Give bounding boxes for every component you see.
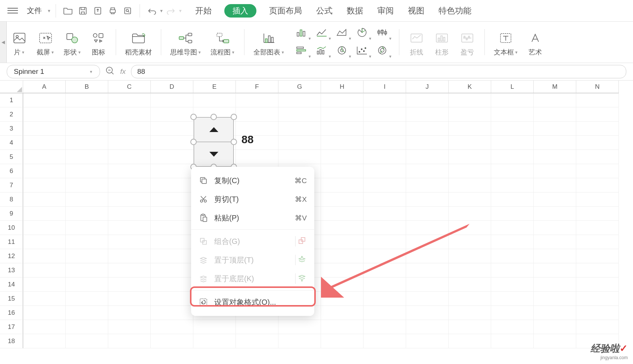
cell[interactable] [534, 334, 576, 348]
column-header[interactable]: N [576, 81, 619, 93]
cell[interactable] [534, 136, 576, 150]
cell[interactable] [449, 277, 491, 292]
ctx-copy[interactable]: 复制(C) ⌘C [191, 171, 314, 190]
cell[interactable] [66, 164, 108, 178]
cell[interactable] [321, 249, 364, 263]
cell[interactable] [23, 93, 66, 107]
cell[interactable] [151, 93, 193, 107]
cell[interactable] [364, 320, 406, 334]
cell[interactable] [66, 207, 108, 221]
icons-button[interactable]: 图标 [90, 30, 107, 57]
cell[interactable] [23, 306, 66, 320]
cell[interactable] [236, 150, 278, 164]
cell[interactable] [108, 221, 151, 235]
sparkline-pl-button[interactable]: 盈亏 [459, 30, 475, 57]
cell[interactable] [576, 150, 619, 164]
cell[interactable] [491, 263, 534, 277]
cell[interactable] [491, 292, 534, 306]
cell[interactable] [23, 277, 66, 292]
cell[interactable] [23, 107, 66, 122]
selection-handle[interactable] [211, 114, 217, 120]
cell[interactable] [576, 107, 619, 122]
cell[interactable] [66, 221, 108, 235]
export-icon[interactable] [90, 3, 105, 18]
cell[interactable] [23, 221, 66, 235]
cell[interactable] [406, 306, 449, 320]
cell[interactable] [364, 178, 406, 192]
cell[interactable] [406, 107, 449, 122]
zoom-icon[interactable] [105, 66, 115, 77]
cell[interactable] [364, 306, 406, 320]
cell[interactable] [364, 93, 406, 107]
cell[interactable] [321, 207, 364, 221]
tab-review[interactable]: 审阅 [376, 5, 395, 16]
cell[interactable] [151, 263, 193, 277]
cell[interactable] [151, 207, 193, 221]
cell[interactable] [406, 178, 449, 192]
undo-caret[interactable]: ▼ [159, 9, 163, 13]
cell[interactable] [364, 136, 406, 150]
cell[interactable] [151, 235, 193, 249]
chart-area-icon[interactable]: ▼ [333, 24, 351, 41]
cell[interactable] [534, 263, 576, 277]
cell[interactable] [449, 249, 491, 263]
cell[interactable] [236, 334, 278, 348]
cell[interactable] [406, 136, 449, 150]
cell[interactable] [576, 277, 619, 292]
cell[interactable] [66, 263, 108, 277]
cell[interactable] [151, 150, 193, 164]
column-header[interactable]: J [406, 81, 449, 93]
cell[interactable] [406, 207, 449, 221]
cell[interactable] [151, 334, 193, 348]
cell[interactable] [534, 207, 576, 221]
cell[interactable] [534, 277, 576, 292]
cell[interactable] [151, 178, 193, 192]
cell[interactable] [278, 122, 321, 136]
cell[interactable] [449, 178, 491, 192]
cell[interactable] [364, 263, 406, 277]
cell[interactable] [23, 263, 66, 277]
row-header[interactable]: 7 [0, 178, 23, 192]
cell[interactable] [406, 277, 449, 292]
ctx-cut[interactable]: 剪切(T) ⌘X [191, 190, 314, 208]
cell[interactable] [23, 122, 66, 136]
cell[interactable] [576, 207, 619, 221]
cell[interactable] [576, 93, 619, 107]
cell[interactable] [151, 320, 193, 334]
cell[interactable] [151, 122, 193, 136]
cell[interactable] [108, 320, 151, 334]
cell[interactable] [23, 178, 66, 192]
redo-icon[interactable] [163, 3, 178, 18]
cell[interactable] [364, 249, 406, 263]
name-box[interactable]: Spinner 1 ▼ [7, 65, 100, 78]
cell[interactable] [278, 93, 321, 107]
cell[interactable] [66, 192, 108, 207]
sparkline-line-button[interactable]: 折线 [408, 30, 425, 57]
cell[interactable] [66, 122, 108, 136]
cell[interactable] [406, 164, 449, 178]
file-menu[interactable]: 文件 [27, 6, 42, 16]
cell[interactable] [534, 306, 576, 320]
cell[interactable] [449, 235, 491, 249]
cell[interactable] [193, 93, 236, 107]
chart-more-icon[interactable]: ▼ [373, 42, 392, 59]
cell[interactable] [491, 192, 534, 207]
column-header[interactable]: A [23, 81, 66, 93]
cell[interactable] [576, 235, 619, 249]
cell[interactable] [108, 150, 151, 164]
cell[interactable] [23, 249, 66, 263]
cell[interactable] [236, 107, 278, 122]
column-header[interactable]: G [278, 81, 321, 93]
cell[interactable] [491, 150, 534, 164]
column-header[interactable]: K [449, 81, 491, 93]
tab-formula[interactable]: 公式 [315, 5, 334, 16]
cell[interactable] [576, 292, 619, 306]
cell[interactable] [406, 263, 449, 277]
cell[interactable] [534, 221, 576, 235]
cell[interactable] [449, 107, 491, 122]
cell[interactable] [151, 292, 193, 306]
row-header[interactable]: 8 [0, 192, 23, 207]
cell[interactable] [151, 164, 193, 178]
all-charts-button[interactable]: 全部图表▼ [253, 30, 285, 57]
row-header[interactable]: 4 [0, 136, 23, 150]
